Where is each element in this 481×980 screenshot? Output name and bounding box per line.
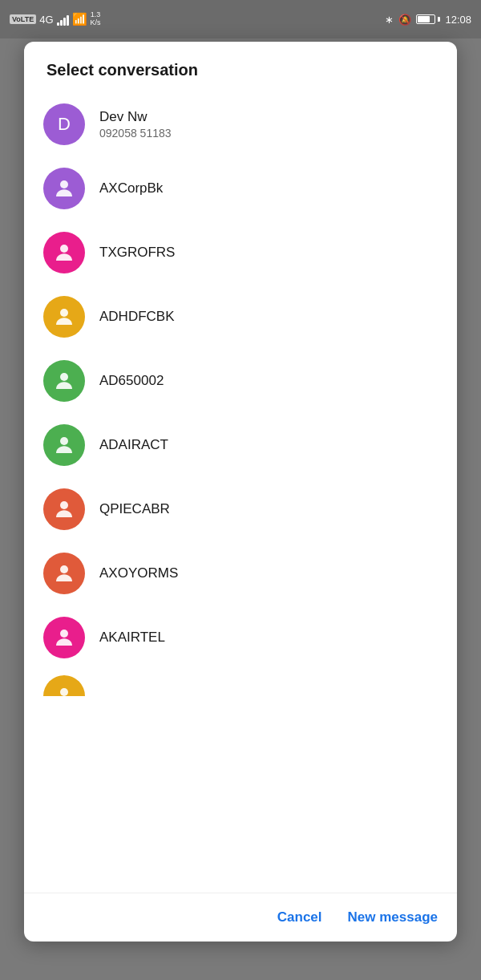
svg-point-3 xyxy=(60,373,68,381)
conversation-item-axcorpbk[interactable]: AXCorpBk xyxy=(30,156,451,221)
contact-name-akairtel: AKAIRTEL xyxy=(99,630,165,646)
svg-point-2 xyxy=(60,309,68,317)
status-bar: VoLTE 4G 📶 1.3 K/s ∗ 🔕 12:08 xyxy=(0,0,481,38)
battery-indicator xyxy=(416,14,440,24)
conversation-item-ad650002[interactable]: AD650002 xyxy=(30,349,451,413)
contact-info-adhdfcbk: ADHDFCBK xyxy=(99,309,175,325)
avatar-letter-dev-nw: D xyxy=(58,114,71,135)
contact-info-adairact: ADAIRACT xyxy=(99,437,168,453)
avatar-adairact xyxy=(43,424,85,466)
status-bar-left: VoLTE 4G 📶 1.3 K/s xyxy=(10,11,101,27)
contact-name-adhdfcbk: ADHDFCBK xyxy=(99,309,175,325)
dialog-title: Select conversation xyxy=(24,42,457,92)
contact-info-axcorpbk: AXCorpBk xyxy=(99,180,163,196)
contact-info-qpiecabr: QPIECABR xyxy=(99,501,170,517)
signal-bars xyxy=(57,13,69,26)
avatar-adhdfcbk xyxy=(43,296,85,338)
contact-info-axoyorms: AXOYORMS xyxy=(99,565,178,581)
partial-conversation-item[interactable] xyxy=(30,670,451,702)
conversation-item-axoyorms[interactable]: AXOYORMS xyxy=(30,541,451,605)
svg-point-6 xyxy=(60,565,68,573)
avatar-dev-nw: D xyxy=(43,103,85,145)
svg-point-0 xyxy=(60,180,68,188)
speed-indicator: 1.3 K/s xyxy=(91,11,101,27)
avatar-qpiecabr xyxy=(43,488,85,530)
contact-name-axoyorms: AXOYORMS xyxy=(99,565,178,581)
conversation-item-dev-nw[interactable]: DDev Nw092058 51183 xyxy=(30,92,451,156)
contact-name-txgrofrs: TXGROFRS xyxy=(99,245,175,261)
time-display: 12:08 xyxy=(445,14,471,26)
contact-name-qpiecabr: QPIECABR xyxy=(99,501,170,517)
cancel-button[interactable]: Cancel xyxy=(274,903,325,932)
wifi-icon: 📶 xyxy=(72,12,87,26)
conversation-item-txgrofrs[interactable]: TXGROFRS xyxy=(30,221,451,285)
notification-icon: 🔕 xyxy=(398,14,411,26)
avatar-axoyorms xyxy=(43,553,85,594)
conversation-list: DDev Nw092058 51183 AXCorpBk TXGROFRS AD… xyxy=(24,92,457,893)
status-bar-right: ∗ 🔕 12:08 xyxy=(385,14,471,26)
avatar-akairtel xyxy=(43,617,85,658)
svg-point-4 xyxy=(60,437,68,445)
svg-point-7 xyxy=(60,630,68,638)
network-type: 4G xyxy=(39,14,53,26)
contact-name-axcorpbk: AXCorpBk xyxy=(99,180,163,196)
select-conversation-dialog: Select conversation DDev Nw092058 51183 … xyxy=(24,42,457,942)
contact-name-ad650002: AD650002 xyxy=(99,373,164,389)
contact-number-dev-nw: 092058 51183 xyxy=(99,127,172,140)
svg-point-8 xyxy=(60,688,68,696)
conversation-item-akairtel[interactable]: AKAIRTEL xyxy=(30,605,451,670)
svg-point-1 xyxy=(60,245,68,253)
partial-avatar xyxy=(43,675,85,696)
conversation-item-qpiecabr[interactable]: QPIECABR xyxy=(30,477,451,541)
svg-point-5 xyxy=(60,501,68,509)
avatar-axcorpbk xyxy=(43,168,85,209)
volte-badge: VoLTE xyxy=(10,14,36,24)
new-message-button[interactable]: New message xyxy=(345,903,441,932)
conversation-item-adairact[interactable]: ADAIRACT xyxy=(30,413,451,477)
dialog-footer: Cancel New message xyxy=(24,893,457,942)
contact-info-ad650002: AD650002 xyxy=(99,373,164,389)
contact-name-dev-nw: Dev Nw xyxy=(99,109,172,125)
contact-info-dev-nw: Dev Nw092058 51183 xyxy=(99,109,172,140)
contact-info-akairtel: AKAIRTEL xyxy=(99,630,165,646)
bluetooth-icon: ∗ xyxy=(385,14,394,26)
contact-name-adairact: ADAIRACT xyxy=(99,437,168,453)
avatar-txgrofrs xyxy=(43,232,85,273)
contact-info-txgrofrs: TXGROFRS xyxy=(99,245,175,261)
avatar-ad650002 xyxy=(43,360,85,402)
conversation-item-adhdfcbk[interactable]: ADHDFCBK xyxy=(30,285,451,349)
